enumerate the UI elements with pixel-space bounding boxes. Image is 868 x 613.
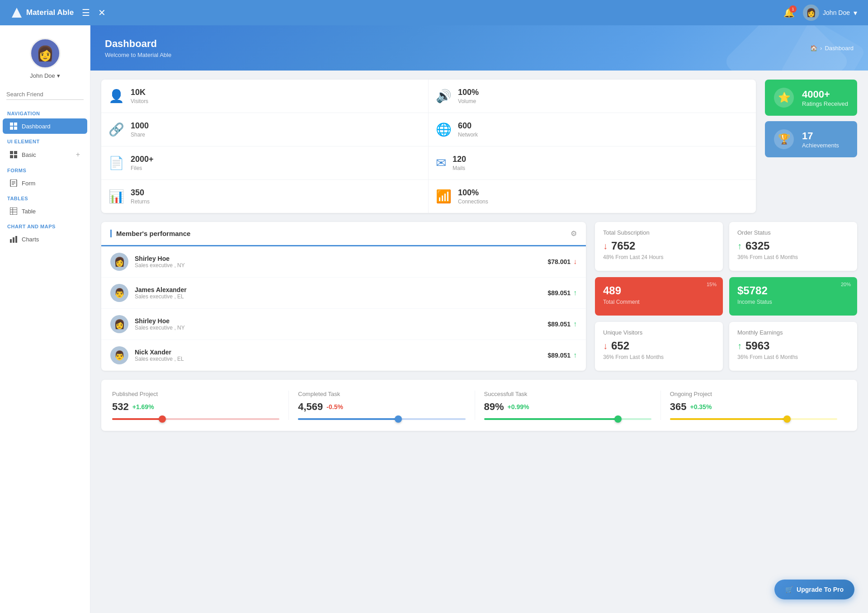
upgrade-button[interactable]: 🛒 Upgrade To Pro <box>774 580 854 599</box>
chevron-down-icon: ▾ <box>57 72 60 79</box>
member-amount: $78.001 ↓ <box>547 258 577 266</box>
published-project: Published Project 532 +1.69% <box>112 391 289 420</box>
star-icon: ⭐ <box>774 88 794 108</box>
stat-label: Mails <box>453 165 466 171</box>
ongoing-project: Ongoing Project 365 +0.35% <box>661 391 846 420</box>
banner-text: Dashboard Welcome to Material Able <box>105 38 171 58</box>
page-content: 👤 10K Visitors 🔊 100% Volume <box>90 71 868 613</box>
stat-returns: 📊 350 Returns <box>101 180 429 213</box>
ratings-info: 4000+ Ratings Received <box>802 89 848 107</box>
table-icon <box>10 207 17 215</box>
sidebar-item-dashboard[interactable]: Dashboard <box>3 118 87 134</box>
stat-value: 2000+ <box>131 155 154 164</box>
achievements-label: Achievements <box>802 142 839 149</box>
member-avatar: 👩 <box>110 315 128 333</box>
breadcrumb-current: Dashboard <box>825 45 854 52</box>
sidebar-item-label: Basic <box>22 151 71 158</box>
svg-rect-17 <box>10 239 12 243</box>
member-row: 👨 James Alexander Sales executive , EL $… <box>101 278 586 309</box>
stat-value: 120 <box>453 155 466 164</box>
stat-label: Volume <box>458 98 479 104</box>
stat-title: Ongoing Project <box>670 391 837 397</box>
pct-up: +0.99% <box>508 403 529 410</box>
trend-down-icon: ↓ <box>603 341 608 351</box>
mini-stat-value: ↑ 5963 <box>737 340 849 352</box>
squares-icon <box>10 151 17 158</box>
stat-label: Connections <box>458 198 488 205</box>
achievements-card[interactable]: 🏆 17 Achievements <box>765 121 857 157</box>
member-info: Shirley Hoe Sales executive , NY <box>135 317 541 331</box>
sidebar-item-form[interactable]: Form <box>3 175 87 191</box>
stat-value: 100% <box>458 188 488 198</box>
members-title: Member's performance <box>110 230 190 237</box>
svg-rect-18 <box>13 237 14 243</box>
stat-info: 100% Volume <box>458 88 479 104</box>
ratings-card[interactable]: ⭐ 4000+ Ratings Received <box>765 80 857 116</box>
stat-volume: 🔊 100% Volume <box>429 80 756 113</box>
total-comment-card: 15% 489 Total Comment <box>595 277 723 316</box>
bottom-stats: Published Project 532 +1.69% Completed T… <box>101 380 857 431</box>
notification-bell[interactable]: 🔔 1 <box>783 7 795 18</box>
share-icon: 🔗 <box>108 122 124 137</box>
monthly-earnings-card: Monthly Earnings ↑ 5963 36% From Last 6 … <box>729 322 857 371</box>
sidebar-item-charts[interactable]: Charts <box>3 231 87 247</box>
member-role: Sales executive , EL <box>135 293 541 300</box>
user-menu[interactable]: 👩 John Doe ▾ <box>803 5 857 21</box>
stat-info: 120 Mails <box>453 155 466 171</box>
trend-up-icon: ↑ <box>737 241 742 251</box>
close-icon[interactable]: ✕ <box>98 7 106 18</box>
slider-thumb[interactable] <box>395 415 402 423</box>
cart-icon: 🛒 <box>785 586 793 593</box>
svg-rect-13 <box>10 207 17 215</box>
member-avatar: 👩 <box>110 253 128 271</box>
sidebar-item-basic[interactable]: Basic + <box>3 146 87 163</box>
slider-fill <box>670 418 787 420</box>
stat-label: Files <box>131 165 154 171</box>
slider-fill <box>298 418 398 420</box>
slider-thumb[interactable] <box>614 415 622 423</box>
member-avatar: 👨 <box>110 346 128 364</box>
mini-stat-title: Total Subscription <box>603 229 715 236</box>
member-amount: $89.051 ↑ <box>547 351 577 359</box>
stat-label: Returns <box>131 198 150 205</box>
sidebar-item-table[interactable]: Table <box>3 203 87 219</box>
slider-thumb[interactable] <box>783 415 791 423</box>
stat-value: 600 <box>458 121 478 131</box>
main-layout: 👩 John Doe ▾ Navigation Dashboard UI Ele… <box>0 25 868 613</box>
svg-rect-2 <box>14 123 17 126</box>
slider-fill <box>112 418 162 420</box>
sidebar-item-label: Table <box>22 208 80 215</box>
mini-stat-title: Unique Visitors <box>603 329 715 336</box>
app-logo: Material Able <box>11 7 74 19</box>
mini-stat-sub: Income Status <box>737 299 849 305</box>
svg-rect-7 <box>10 155 13 158</box>
stat-label: Network <box>458 132 478 138</box>
app-name: Material Able <box>26 8 74 17</box>
member-name: Shirley Hoe <box>135 255 541 262</box>
achievements-info: 17 Achievements <box>802 130 839 149</box>
sidebar-profile: 👩 John Doe ▾ <box>0 33 90 86</box>
slider-thumb[interactable] <box>159 415 166 423</box>
member-info: Shirley Hoe Sales executive , NY <box>135 255 541 269</box>
member-name: Nick Xander <box>135 349 541 356</box>
sidebar-section-tables: Tables <box>0 191 90 203</box>
settings-icon[interactable]: ⚙ <box>571 229 577 238</box>
logo-icon <box>11 7 23 19</box>
stat-connections: 📶 100% Connections <box>429 180 756 213</box>
user-name-label: John Doe <box>823 9 850 16</box>
mini-stat-value: ↓ 7652 <box>603 240 715 252</box>
network-icon: 🌐 <box>436 122 452 137</box>
trend-down-icon: ↓ <box>573 258 577 266</box>
svg-rect-5 <box>10 151 13 154</box>
member-role: Sales executive , NY <box>135 262 541 269</box>
search-input[interactable] <box>6 89 84 100</box>
notification-badge: 1 <box>789 5 797 13</box>
achievements-value: 17 <box>802 130 839 142</box>
trend-up-icon: ↑ <box>573 320 577 328</box>
menu-toggle[interactable]: ☰ <box>82 7 90 18</box>
breadcrumb: 🏠 › Dashboard <box>810 45 854 52</box>
stat-network: 🌐 600 Network <box>429 113 756 146</box>
upgrade-label: Upgrade To Pro <box>797 586 844 593</box>
stat-info: 350 Returns <box>131 188 150 205</box>
svg-rect-3 <box>10 127 13 130</box>
